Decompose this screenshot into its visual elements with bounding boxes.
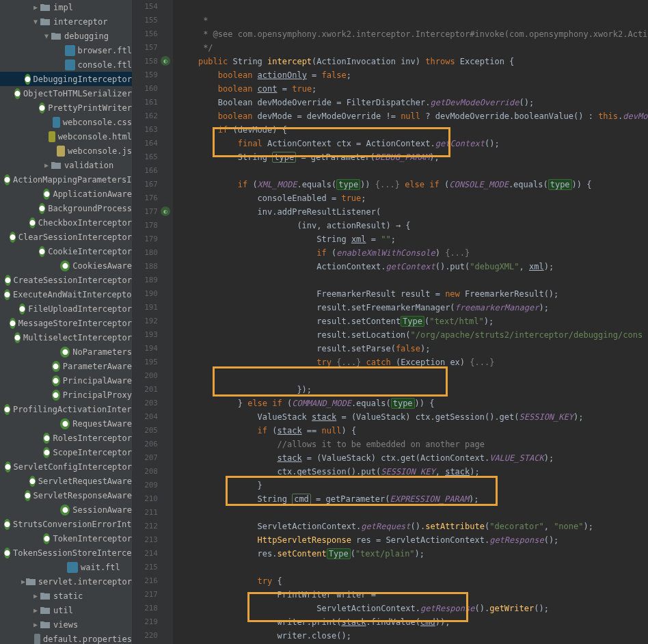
code-line[interactable]: boolean cont = true; xyxy=(178,82,648,96)
tree-item[interactable]: ⬤ExecuteAndWaitInterceptor xyxy=(0,287,132,301)
code-line[interactable]: try {...} catch (Exception ex) {...} xyxy=(178,355,648,369)
tree-item[interactable]: ⬤MultiselectInterceptor xyxy=(0,330,132,345)
tree-item[interactable]: ⬤DebuggingInterceptor xyxy=(0,72,132,86)
tree-item[interactable]: ⬤ProfilingActivationInterceptor xyxy=(0,402,132,416)
code-line[interactable]: ActionContext.getContext().put("debugXML… xyxy=(178,260,648,273)
code-line[interactable]: //allows it to be embedded on another pa… xyxy=(178,438,648,451)
tree-item[interactable]: ⬤MessageStoreInterceptor xyxy=(0,316,132,330)
tree-item[interactable]: webconsole.css xyxy=(0,115,132,129)
tree-item[interactable]: webconsole.html xyxy=(0,129,132,144)
tree-item[interactable]: ▶impl xyxy=(0,0,132,14)
code-line[interactable] xyxy=(178,561,648,574)
tree-item[interactable]: console.ftl xyxy=(0,57,132,72)
code-line[interactable]: final ActionContext ctx = ActionContext.… xyxy=(178,137,648,150)
tree-item[interactable]: ⬤ApplicationAware xyxy=(0,187,132,201)
tree-item[interactable]: ⬤RequestAware xyxy=(0,416,132,431)
tree-item[interactable]: ⬤CreateSessionInterceptor xyxy=(0,273,132,287)
tree-item[interactable]: ▶servlet.interceptor xyxy=(0,574,132,589)
code-line[interactable]: if (XML_MODE.equals(type)) {...} else if… xyxy=(178,178,648,191)
tree-item[interactable]: ⬤PrettyPrintWriter xyxy=(0,100,132,115)
code-line[interactable] xyxy=(178,273,648,287)
java-file-icon: ⬤ xyxy=(14,332,21,343)
arrow-down-icon: ▼ xyxy=(31,18,40,25)
tree-item[interactable]: ⬤RolesInterceptor xyxy=(0,431,132,445)
code-line[interactable]: try { xyxy=(178,574,648,588)
code-line[interactable]: if (devMode) { xyxy=(178,123,648,137)
tree-item[interactable]: ⬤ServletRequestAware xyxy=(0,474,132,488)
code-line[interactable]: */ xyxy=(178,41,648,55)
project-tree[interactable]: ▶impl▼interceptor▼debuggingbrowser.ftlco… xyxy=(0,0,132,644)
tree-item[interactable]: ▶util xyxy=(0,603,132,617)
tree-item[interactable]: ⬤StrutsConversionErrorInterceptor xyxy=(0,517,132,531)
tree-item-label: MultiselectInterceptor xyxy=(23,333,132,343)
tree-item[interactable]: ⬤ServletConfigInterceptor xyxy=(0,459,132,474)
tree-item[interactable]: ⬤ParameterAware xyxy=(0,359,132,373)
code-line[interactable] xyxy=(178,164,648,178)
code-line[interactable]: (inv, actionResult) → { xyxy=(178,219,648,232)
code-line[interactable]: String cmd = getParameter(EXPRESSION_PAR… xyxy=(178,492,648,506)
tree-item[interactable]: default.properties xyxy=(0,632,132,644)
code-line[interactable]: if (enableXmlWithConsole) {...} xyxy=(178,246,648,260)
code-line[interactable]: result.setFreemarkerManager(freemarkerMa… xyxy=(178,301,648,314)
tree-item[interactable]: browser.ftl xyxy=(0,43,132,57)
tree-item[interactable]: ▶views xyxy=(0,617,132,632)
code-line[interactable]: PrintWriter writer = xyxy=(178,588,648,602)
code-line[interactable]: } xyxy=(178,479,648,492)
tree-item[interactable]: ⬤ClearSessionInterceptor xyxy=(0,230,132,244)
code-line[interactable]: stack = (ValueStack) ctx.get(ActionConte… xyxy=(178,451,648,465)
tree-item[interactable]: ⬤BackgroundProcess xyxy=(0,201,132,215)
code-line[interactable]: writer.close(); xyxy=(178,629,648,643)
tree-item[interactable]: ▼debugging xyxy=(0,29,132,43)
tree-item[interactable]: ⬤CheckboxInterceptor xyxy=(0,215,132,230)
code-line[interactable]: FreemarkerResult result = new Freemarker… xyxy=(178,287,648,301)
code-line[interactable] xyxy=(178,506,648,520)
code-line[interactable]: writer.print(stack.findValue(cmd)); xyxy=(178,615,648,629)
code-editor[interactable]: 154155156157158◐159160161162163164165166… xyxy=(132,0,648,644)
code-line[interactable]: } else if (COMMAND_MODE.equals(type)) { xyxy=(178,397,648,410)
code-line[interactable]: if (stack == null) { xyxy=(178,424,648,438)
code-line[interactable]: * @see com.opensymphony.xwork2.intercept… xyxy=(178,27,648,41)
line-number: 177◐ xyxy=(132,205,158,219)
tree-item[interactable]: ⬤FileUploadInterceptor xyxy=(0,301,132,316)
code-line[interactable]: * xyxy=(178,14,648,27)
code-line[interactable] xyxy=(178,0,648,14)
code-line[interactable]: result.setParse(false); xyxy=(178,342,648,355)
code-line[interactable]: result.setLocation("/org/apache/struts2/… xyxy=(178,328,648,342)
tree-item[interactable]: wait.ftl xyxy=(0,560,132,574)
code-line[interactable]: inv.addPreResultListener( xyxy=(178,205,648,219)
code-line[interactable]: boolean devMode = devModeOverride != nul… xyxy=(178,109,648,123)
tree-item[interactable]: ⬤ActionMappingParametersInterceptor xyxy=(0,172,132,187)
code-line[interactable]: boolean actionOnly = false; xyxy=(178,68,648,82)
code-line[interactable]: res.setContentType("text/plain"); xyxy=(178,547,648,561)
tree-item[interactable]: webconsole.js xyxy=(0,144,132,158)
code-line[interactable] xyxy=(178,369,648,383)
code-line[interactable]: Boolean devModeOverride = FilterDispatch… xyxy=(178,96,648,109)
tree-item[interactable]: ⬤SessionAware xyxy=(0,502,132,517)
code-line[interactable]: HttpServletResponse res = ServletActionC… xyxy=(178,533,648,547)
tree-item[interactable]: ⬤ObjectToHTMLSerializer xyxy=(0,86,132,100)
tree-item[interactable]: ▶static xyxy=(0,589,132,603)
code-line[interactable]: public String intercept(ActionInvocation… xyxy=(178,55,648,68)
tree-item[interactable]: ⬤NoParameters xyxy=(0,345,132,359)
tree-item[interactable]: ⬤ServletResponseAware xyxy=(0,488,132,502)
code-line[interactable]: }); xyxy=(178,383,648,397)
code-content[interactable]: * * @see com.opensymphony.xwork2.interce… xyxy=(173,0,648,644)
tree-item[interactable]: ▶validation xyxy=(0,158,132,172)
code-line[interactable]: ValueStack stack = (ValueStack) ctx.getS… xyxy=(178,410,648,424)
code-line[interactable]: String xml = ""; xyxy=(178,232,648,246)
code-line[interactable]: ServletActionContext.getResponse().getWr… xyxy=(178,602,648,615)
tree-item[interactable]: ⬤ScopeInterceptor xyxy=(0,445,132,459)
tree-item[interactable]: ⬤TokenInterceptor xyxy=(0,531,132,546)
code-line[interactable]: result.setContentType("text/html"); xyxy=(178,314,648,328)
tree-item[interactable]: ⬤CookieInterceptor xyxy=(0,244,132,258)
tree-item[interactable]: ⬤PrincipalProxy xyxy=(0,388,132,402)
code-line[interactable]: consoleEnabled = true; xyxy=(178,191,648,205)
tree-item[interactable]: ⬤TokenSessionStoreInterceptor xyxy=(0,546,132,560)
code-line[interactable]: String type = getParameter(DEBUG_PARAM); xyxy=(178,150,648,164)
js-file-icon xyxy=(57,146,65,157)
code-line[interactable]: ServletActionContext.getRequest().setAtt… xyxy=(178,520,648,533)
code-line[interactable]: ctx.getSession().put(SESSION_KEY, stack)… xyxy=(178,465,648,479)
tree-item[interactable]: ▼interceptor xyxy=(0,14,132,29)
tree-item[interactable]: ⬤PrincipalAware xyxy=(0,373,132,388)
tree-item[interactable]: ⬤CookiesAware xyxy=(0,258,132,273)
